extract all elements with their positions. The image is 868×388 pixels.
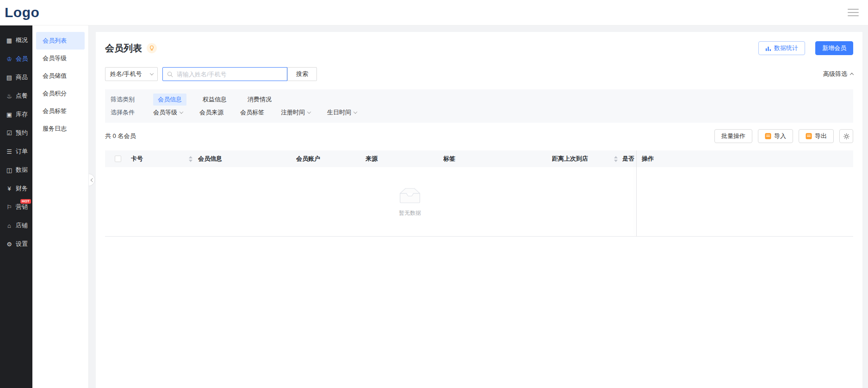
primary-sidebar: ▦ 概况 ♔ 会员 ▤ 商品 ♨ 点餐 ▣ 库存 ☑ 预约 (0, 25, 32, 388)
condition-member-level[interactable]: 会员等级 (153, 108, 183, 117)
sidebar-item-goods[interactable]: ▤ 商品 (0, 68, 32, 87)
search-input-group: 搜索 (162, 67, 317, 81)
submenu-item-member-stored-value[interactable]: 会员储值 (36, 67, 85, 85)
title-row: 会员列表 数据统计 (105, 41, 853, 55)
submenu-item-member-list[interactable]: 会员列表 (36, 32, 85, 50)
shop-icon: ⌂ (6, 222, 13, 229)
orders-icon: ☰ (6, 148, 13, 155)
sidebar-item-label: 商品 (16, 73, 28, 81)
submenu-item-service-log[interactable]: 服务日志 (36, 120, 85, 138)
table-body: 暂无数据 (105, 167, 853, 237)
submenu-item-member-level[interactable]: 会员等级 (36, 50, 85, 67)
sidebar-item-inventory[interactable]: ▣ 库存 (0, 105, 32, 124)
chevron-left-icon (90, 178, 94, 181)
column-tags: 标签 (443, 155, 552, 163)
content-card: 会员列表 数据统计 (96, 32, 862, 388)
sort-icon[interactable] (614, 156, 618, 162)
gear-icon (843, 133, 850, 140)
dining-icon: ♨ (6, 93, 13, 100)
import-file-icon (765, 133, 771, 139)
submenu-item-member-tags[interactable]: 会员标签 (36, 102, 85, 120)
chevron-down-icon (307, 110, 311, 113)
marketing-icon: ⚐ (6, 204, 13, 211)
body-row: ▦ 概况 ♔ 会员 ▤ 商品 ♨ 点餐 ▣ 库存 ☑ 预约 (0, 25, 868, 388)
sidebar-item-label: 财务 (16, 184, 28, 193)
search-icon (167, 71, 173, 77)
hamburger-menu-icon[interactable] (848, 9, 859, 16)
export-button[interactable]: 导出 (799, 129, 834, 143)
finance-icon: ¥ (6, 185, 13, 192)
select-all-checkbox[interactable] (115, 156, 121, 162)
condition-member-source[interactable]: 会员来源 (199, 108, 223, 117)
sidebar-item-label: 店铺 (16, 221, 28, 230)
sort-icon[interactable] (189, 156, 192, 162)
sidebar-item-member[interactable]: ♔ 会员 (0, 50, 32, 68)
search-row: 姓名/手机号 搜索 高级筛选 (105, 67, 853, 81)
sidebar-item-orders[interactable]: ☰ 订单 (0, 142, 32, 161)
column-member-info: 会员信息 (198, 155, 296, 163)
sidebar-item-data[interactable]: ◫ 数据 (0, 161, 32, 179)
sidebar-item-label: 数据 (16, 166, 28, 174)
member-icon: ♔ (6, 56, 13, 63)
bar-chart-icon (765, 45, 771, 51)
condition-birthday-time[interactable]: 生日时间 (327, 108, 357, 117)
app-header: Logo (0, 0, 868, 25)
sidebar-item-settings[interactable]: ⚙ 设置 (0, 235, 32, 253)
collapse-handle[interactable] (89, 174, 95, 186)
search-field-select[interactable]: 姓名/手机号 (105, 67, 158, 81)
chevron-down-icon (150, 71, 154, 75)
goods-icon: ▤ (6, 74, 13, 81)
export-file-icon (806, 133, 812, 139)
empty-state: 暂无数据 (396, 186, 424, 217)
member-table: 卡号 会员信息 会员账户 来源 标签 距离上次到店 (105, 150, 853, 237)
filter-category-consumption[interactable]: 消费情况 (243, 94, 276, 106)
sidebar-item-overview[interactable]: ▦ 概况 (0, 31, 32, 50)
main-area: 会员列表 数据统计 (89, 25, 868, 388)
column-source: 来源 (366, 155, 443, 163)
sidebar-item-label: 订单 (16, 147, 28, 156)
sidebar-item-marketing[interactable]: ⚐ 营销 HOT (0, 198, 32, 216)
batch-actions-button[interactable]: 批量操作 (714, 129, 752, 143)
chevron-up-icon (850, 73, 854, 76)
sidebar-item-label: 概况 (16, 36, 28, 44)
search-input[interactable] (176, 70, 283, 78)
lightbulb-icon[interactable] (147, 43, 157, 53)
filter-category-row: 筛选类别 会员信息 权益信息 消费情况 (111, 93, 853, 106)
column-last-visit[interactable]: 距离上次到店 (552, 155, 622, 163)
column-card-no[interactable]: 卡号 (131, 155, 198, 163)
condition-member-tags[interactable]: 会员标签 (240, 108, 264, 117)
sidebar-item-finance[interactable]: ¥ 财务 (0, 179, 32, 198)
sidebar-item-booking[interactable]: ☑ 预约 (0, 124, 32, 142)
app: Logo ▦ 概况 ♔ 会员 ▤ 商品 ♨ 点餐 ▣ (0, 0, 868, 388)
member-count: 共 0 名会员 (105, 132, 136, 140)
submenu-item-member-points[interactable]: 会员积分 (36, 85, 85, 102)
sidebar-item-label: 营销 (16, 203, 28, 211)
sidebar-item-shop[interactable]: ⌂ 店铺 (0, 216, 32, 235)
sidebar-item-label: 设置 (16, 240, 28, 248)
logo: Logo (5, 5, 39, 20)
sidebar-item-dining[interactable]: ♨ 点餐 (0, 87, 32, 105)
import-button[interactable]: 导入 (758, 129, 793, 143)
data-icon: ◫ (6, 167, 13, 174)
sidebar-item-label: 会员 (16, 55, 28, 63)
data-stats-button[interactable]: 数据统计 (758, 41, 805, 55)
condition-register-time[interactable]: 注册时间 (281, 108, 310, 117)
add-member-button[interactable]: 新增会员 (815, 41, 853, 55)
empty-box-icon (396, 186, 424, 205)
chevron-down-icon (353, 110, 357, 113)
chevron-down-icon (180, 110, 183, 113)
search-button[interactable]: 搜索 (287, 67, 317, 81)
column-settings-button[interactable] (839, 129, 853, 143)
column-actions: 操作 (636, 155, 853, 163)
secondary-sidebar: 会员列表 会员等级 会员储值 会员积分 会员标签 服务日志 (32, 25, 89, 388)
sidebar-item-label: 库存 (16, 110, 28, 119)
filter-category-member-info[interactable]: 会员信息 (153, 94, 186, 106)
hot-badge: HOT (20, 199, 31, 204)
table-header: 卡号 会员信息 会员账户 来源 标签 距离上次到店 (105, 150, 853, 167)
advanced-filter-toggle[interactable]: 高级筛选 (823, 70, 853, 78)
filter-condition-row: 选择条件 会员等级 会员来源 会员标签 注册时间 (111, 106, 853, 119)
filter-category-label: 筛选类别 (111, 95, 153, 104)
booking-icon: ☑ (6, 130, 13, 137)
filter-condition-label: 选择条件 (111, 108, 153, 117)
filter-category-benefit-info[interactable]: 权益信息 (198, 94, 231, 106)
